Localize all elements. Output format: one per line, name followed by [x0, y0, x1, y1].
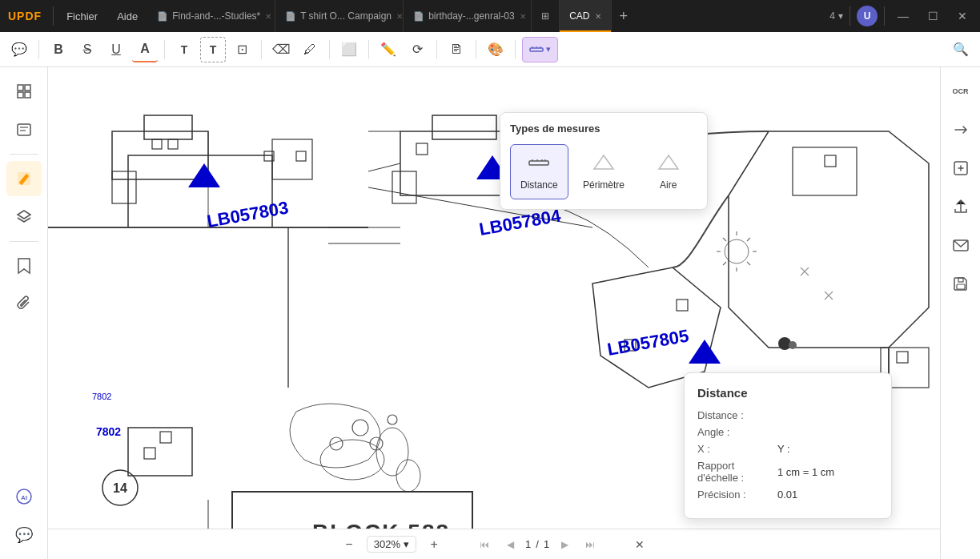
bold-tool[interactable]: B	[46, 37, 71, 62]
left-sidebar: AI 💬	[0, 67, 48, 559]
convert-icon	[952, 121, 970, 139]
titlebar: UPDF Fichier Aide 📄 Find-and-...-Studies…	[0, 0, 980, 32]
tabs-area: 📄 Find-and-...-Studies* ✕ 📄 T shirt O...…	[147, 0, 823, 32]
mesure-aire[interactable]: Aire	[639, 144, 697, 199]
sidebar-compress[interactable]	[943, 151, 978, 186]
sidebar-layers[interactable]	[6, 199, 42, 235]
share-icon	[952, 198, 970, 215]
tab-cad[interactable]: CAD ✕	[560, 0, 611, 32]
measure-tool[interactable]: ▾	[522, 37, 558, 62]
distance-row-4: Rapport d'échelle : 1 cm = 1 cm	[697, 460, 878, 484]
distance-label-x: X :	[697, 443, 777, 455]
mesure-perimetre[interactable]: Périmètre	[575, 144, 633, 199]
stamp-tool[interactable]: 🖹	[444, 37, 469, 62]
toolbar-sep-4	[329, 40, 330, 59]
measure-icon	[529, 42, 544, 57]
tab-studies[interactable]: 📄 Find-and-...-Studies* ✕	[147, 0, 275, 32]
highlight-tool[interactable]: 🖊	[297, 37, 323, 62]
tab-tshirt[interactable]: 📄 T shirt O... Campaign ✕	[275, 0, 404, 32]
zoom-out-button[interactable]: −	[338, 533, 360, 556]
svg-text:14: 14	[113, 481, 127, 495]
comment-tool[interactable]: 💬	[6, 37, 32, 62]
title-right: 4 ▾ U — ☐ ✕	[823, 6, 980, 26]
compress-icon	[952, 159, 970, 177]
menu-fichier[interactable]: Fichier	[57, 0, 107, 32]
text-color-tool[interactable]: A	[132, 37, 158, 62]
maximize-button[interactable]: ☐	[922, 10, 945, 22]
page-sep: /	[536, 538, 539, 550]
menu-aide[interactable]: Aide	[107, 0, 147, 32]
sidebar-share[interactable]	[943, 189, 978, 224]
tab-cad-label: CAD	[569, 10, 589, 22]
toolbar-sep-1	[38, 40, 39, 59]
sidebar-chat[interactable]: 💬	[6, 517, 42, 553]
user-avatar[interactable]: U	[857, 6, 878, 26]
text-area-tool[interactable]: ⊡	[229, 37, 255, 62]
minimize-button[interactable]: —	[891, 10, 915, 22]
sidebar-save[interactable]	[943, 266, 978, 301]
mesure-distance[interactable]: Distance	[510, 144, 568, 199]
svg-rect-17	[957, 284, 965, 289]
svg-marker-111	[659, 155, 678, 169]
toolbar-sep-7	[476, 40, 476, 59]
toolbar-sep-8	[515, 40, 516, 59]
sidebar-ai[interactable]: AI	[6, 479, 42, 514]
canvas-area[interactable]: LB057803 LB057804 LB057805 14 15 BLOCK 5…	[48, 67, 940, 559]
sidebar-mail[interactable]	[943, 227, 978, 263]
perimetre-label: Périmètre	[583, 179, 625, 191]
save-icon	[952, 275, 970, 292]
page-count[interactable]: 4 ▾	[829, 10, 843, 22]
sidebar-edit[interactable]	[6, 161, 42, 196]
toolbar-sep-5	[368, 40, 369, 59]
tab-add-button[interactable]: +	[612, 8, 637, 25]
layers-icon	[16, 209, 32, 225]
page-last-button[interactable]: ⏭	[580, 534, 600, 555]
strikethrough-tool[interactable]: S	[74, 37, 100, 62]
tab-studies-label: Find-and-...-Studies*	[172, 10, 260, 22]
mesures-options: Distance Périmètre Aire	[510, 144, 697, 199]
toolbar-sep-3	[261, 40, 262, 59]
zoom-in-button[interactable]: +	[423, 533, 445, 556]
sidebar-annotation[interactable]	[6, 112, 42, 147]
sidebar-thumbnail[interactable]	[6, 74, 42, 109]
page-total: 1	[544, 538, 549, 550]
mesures-popup: Types de mesures Distance	[500, 112, 708, 210]
svg-text:7802: 7802	[92, 392, 111, 401]
page-first-button[interactable]: ⏮	[474, 534, 495, 555]
distance-value-scale: 1 cm = 1 cm	[777, 466, 878, 478]
bottombar-close-button[interactable]: ✕	[629, 534, 650, 555]
tab-cad-close[interactable]: ✕	[595, 12, 601, 21]
zoom-display[interactable]: 302% ▾	[367, 536, 416, 553]
tab-tshirt-label: T shirt O... Campaign	[300, 10, 392, 22]
perimetre-icon	[592, 153, 615, 176]
tab-grid[interactable]: ⊞	[532, 0, 560, 32]
svg-rect-8	[18, 124, 30, 135]
tab-birthday[interactable]: 📄 birthday-...genral-03 ✕	[404, 0, 532, 32]
mail-icon	[952, 236, 970, 254]
close-button[interactable]: ✕	[951, 10, 974, 22]
tab-studies-close[interactable]: ✕	[265, 12, 271, 21]
search-btn[interactable]: 🔍	[948, 37, 974, 62]
measure-label: ▾	[546, 44, 551, 54]
fill-color-tool[interactable]: 🎨	[483, 37, 508, 62]
underline-tool[interactable]: U	[103, 37, 129, 62]
svg-rect-105	[529, 161, 548, 165]
sidebar-attachment[interactable]	[6, 287, 42, 322]
eraser-tool[interactable]: ⌫	[268, 37, 294, 62]
text-box2-tool[interactable]: T	[200, 37, 226, 62]
zoom-chevron-icon: ▾	[404, 538, 409, 550]
sidebar-convert[interactable]	[943, 112, 978, 147]
text-box-tool[interactable]: T	[171, 37, 197, 62]
page-prev-button[interactable]: ◀	[500, 534, 520, 555]
pen-tool[interactable]: ✏️	[376, 37, 401, 62]
sidebar-bookmark[interactable]	[6, 248, 42, 284]
draw-tool[interactable]: ⟳	[404, 37, 430, 62]
shapes-tool[interactable]: ⬜	[336, 37, 362, 62]
tab-tshirt-close[interactable]: ✕	[396, 12, 403, 21]
tab-birthday-close[interactable]: ✕	[520, 12, 526, 21]
sidebar-sep-1	[10, 154, 38, 155]
sidebar-ocr[interactable]: OCR	[943, 74, 978, 109]
svg-text:AI: AI	[21, 494, 27, 501]
distance-label-precision: Précision :	[697, 489, 777, 501]
page-next-button[interactable]: ▶	[554, 534, 575, 555]
